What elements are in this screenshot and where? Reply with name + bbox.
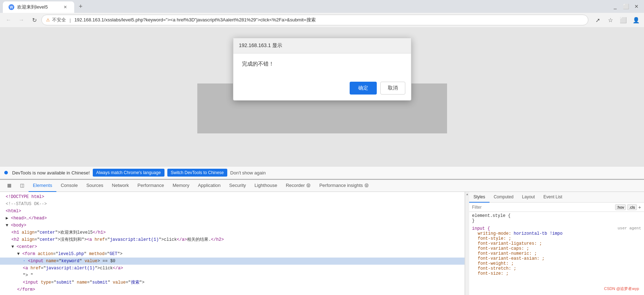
center-triangle[interactable]: ▼ <box>11 244 14 250</box>
watermark: CSDN @追梦者wyp <box>602 285 641 292</box>
prop-name-writing-mode: writing-mode: <box>478 231 511 236</box>
dont-show-button[interactable]: Don't show again <box>230 170 265 176</box>
code-line-h1: <h1 align="center">欢迎来到level5</h1> <box>0 229 465 236</box>
prop-font-variant-east-asian: font-variant-east-asian: ; <box>472 256 641 261</box>
prop-name-fvea: font-variant-east-asian: <box>478 256 539 261</box>
close-window-button[interactable]: ✕ <box>632 2 641 11</box>
devtools-tab-sources[interactable]: Sources <box>82 180 108 192</box>
tab-bar-right: ⎯ ⬜ ✕ <box>610 2 641 11</box>
tab-close-button[interactable]: ✕ <box>62 4 69 10</box>
code-line-quote: "> " <box>0 272 465 279</box>
active-tab[interactable]: W 欢迎来到level5 ✕ <box>3 1 74 13</box>
code-line-input-selected[interactable]: · <input name="keyword" value> == $0 <box>0 258 465 265</box>
address-bar: ← → ↻ ⚠ 不安全 | 192.168.163.1/xsslabs/leve… <box>0 13 644 27</box>
filter-hov-button[interactable]: :hov <box>615 204 626 210</box>
restore-button[interactable]: ⬜ <box>621 2 630 11</box>
prop-font-variant-ligatures: font-variant-ligatures: ; <box>472 241 641 246</box>
tab-favicon: W <box>9 4 14 10</box>
bookmark-button[interactable]: ☆ <box>605 15 615 25</box>
code-line-comment: <!--STATUS OK--> <box>0 200 465 208</box>
styles-tab-layout[interactable]: Layout <box>518 192 539 203</box>
styles-tab-styles[interactable]: Styles <box>469 192 490 203</box>
always-match-button[interactable]: Always match Chrome's language <box>93 169 164 177</box>
banner-message: DevTools is now available in Chinese! <box>12 170 90 176</box>
address-field[interactable]: ⚠ 不安全 | 192.168.163.1/xsslabs/level5.php… <box>41 15 588 25</box>
devtools-tab-memory[interactable]: Memory <box>168 180 194 192</box>
prop-val-fvl: ; <box>539 241 542 246</box>
code-line-a-href: <a href="javascript:alert(1)">click</a> <box>0 265 465 272</box>
reload-button[interactable]: ↻ <box>29 14 40 26</box>
code-line-body: ▼ <body> <box>0 222 465 229</box>
prop-font-variant-caps: font-variant-caps: ; <box>472 246 641 251</box>
code-line-center: ▼ <center> <box>0 243 465 250</box>
styles-tab-computed[interactable]: Computed <box>490 192 518 203</box>
forward-button[interactable]: → <box>16 14 27 26</box>
insecure-label: 不安全 <box>52 17 66 23</box>
scroll-up-arrow[interactable]: ▲ <box>465 192 470 197</box>
form-triangle[interactable]: ▼ <box>17 251 20 257</box>
devtools-content: <!DOCTYPE html> <!--STATUS OK--> <html> … <box>0 192 644 295</box>
split-button[interactable]: ⬜ <box>618 15 628 25</box>
prop-val-fsize: ; <box>506 271 508 276</box>
code-line-form-close: </form> <box>0 286 465 293</box>
switch-devtools-button[interactable]: Switch DevTools to Chinese <box>167 169 228 177</box>
page-area: 192.168.163.1 显示 完成的不错！ 确定 取消 没有找到和"> < … <box>0 27 644 166</box>
devtools-tab-perf-insights[interactable]: Performance insights 🏵 <box>315 180 373 192</box>
devtools-tab-security[interactable]: Security <box>225 180 250 192</box>
devtools-tab-lighthouse[interactable]: Lighthouse <box>250 180 282 192</box>
styles-filter-bar: :hov .cls + <box>469 203 644 212</box>
prop-font-style: font-style: ; <box>472 236 641 241</box>
code-line-doctype: <!DOCTYPE html> <box>0 193 465 200</box>
selection-indicator: · <box>23 259 25 264</box>
devtools-tab-network[interactable]: Network <box>108 180 133 192</box>
pipe-separator: | <box>70 17 71 23</box>
prop-val-fvea: ; <box>542 256 544 261</box>
filter-add-button[interactable]: + <box>638 204 641 210</box>
prop-val-fvc: ; <box>527 246 529 251</box>
element-style-brace: } <box>472 218 475 223</box>
alert-header: 192.168.163.1 显示 <box>233 38 411 54</box>
minimize-button[interactable]: ⎯ <box>610 2 620 11</box>
new-tab-button[interactable]: + <box>76 1 86 11</box>
prop-val-font-style: ; <box>508 236 511 241</box>
code-line-html: <html> <box>0 208 465 215</box>
devtools-tabs: ▦ ◫ Elements Console Sources Network Per… <box>0 180 644 192</box>
devtools-tab-recorder[interactable]: Recorder 🏵 <box>282 180 315 192</box>
element-style-close: } <box>472 218 641 223</box>
alert-ok-button[interactable]: 确定 <box>350 82 377 95</box>
styles-tab-event-list[interactable]: Event List <box>539 192 567 203</box>
styles-panel: Styles Computed Layout Event List :hov .… <box>469 192 644 295</box>
alert-origin: 192.168.163.1 显示 <box>239 42 282 48</box>
prop-name-fs: font-stretch: <box>478 266 511 271</box>
devtools-tab-application[interactable]: Application <box>194 180 225 192</box>
devtools-banner: DevTools is now available in Chinese! Al… <box>0 166 644 179</box>
elements-scrollbar[interactable]: ▲ <box>465 192 469 295</box>
prop-writing-mode: writing-mode: horizontal-tb !impo <box>472 231 641 236</box>
alert-cancel-button[interactable]: 取消 <box>380 82 405 95</box>
filter-cls-button[interactable]: .cls <box>627 204 637 210</box>
styles-filter-input[interactable] <box>472 205 614 210</box>
devtools-tab-elements[interactable]: Elements <box>29 180 56 192</box>
devtools-tab-device[interactable]: ◫ <box>16 180 29 192</box>
alert-overlay: 192.168.163.1 显示 完成的不错！ 确定 取消 <box>0 27 644 166</box>
profile-button[interactable]: 👤 <box>631 15 641 25</box>
prop-name-fw: font-weight: <box>478 261 508 266</box>
devtools-tab-console[interactable]: Console <box>56 180 82 192</box>
body-triangle[interactable]: ▼ <box>6 222 8 229</box>
address-right-icons: ➚ ☆ ⬜ 👤 <box>593 15 641 25</box>
back-button[interactable]: ← <box>3 14 14 26</box>
styles-tabs: Styles Computed Layout Event List <box>469 192 644 203</box>
input-origin: user agent <box>618 226 641 230</box>
head-triangle[interactable]: ▶ <box>6 215 8 222</box>
input-selector-line: input { user agent <box>472 226 641 231</box>
share-button[interactable]: ➚ <box>593 15 603 25</box>
devtools-tab-inspector[interactable]: ▦ <box>3 180 16 192</box>
style-rule-element: element.style { } <box>472 213 641 223</box>
security-warning-icon: ⚠ <box>46 17 50 22</box>
url-text: 192.168.163.1/xsslabs/level5.php?keyword… <box>74 17 584 23</box>
prop-name-fvc: font-variant-caps: <box>478 246 524 251</box>
devtools-tab-performance[interactable]: Performance <box>133 180 168 192</box>
code-line-h2: <h2 align="center">没有找到和"><a href="javas… <box>0 236 465 243</box>
alert-buttons: 确定 取消 <box>233 77 411 100</box>
prop-name-fsize: font-size: <box>478 271 503 276</box>
